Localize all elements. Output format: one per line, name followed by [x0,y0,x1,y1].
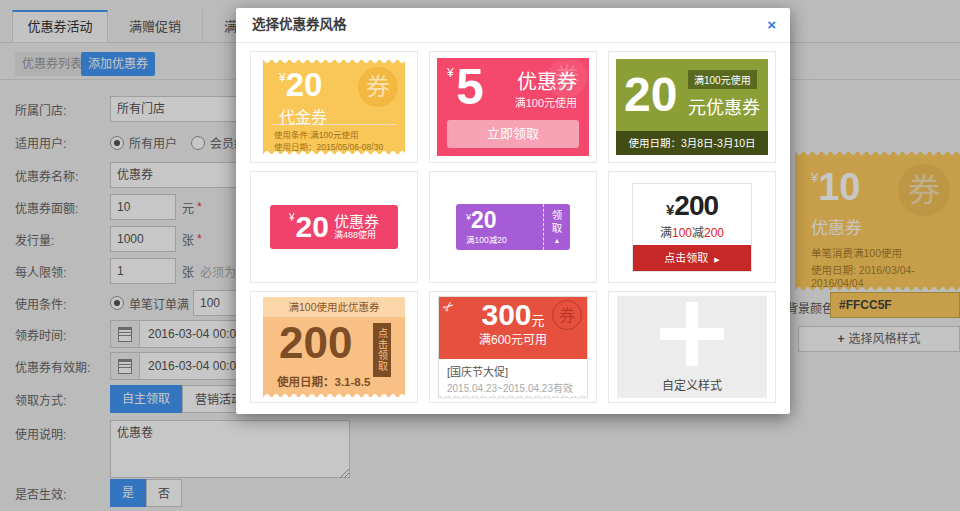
coupon-amount: 200 [279,319,352,367]
coupon-date: 2015.04.23~2015.04.23有效 [447,380,587,395]
custom-style-label: 自定义样式 [662,376,722,393]
app-window: 优惠券活动 满赠促销 满减促销 排 优惠券列表 添加优惠券 所属门店: 所有门店… [0,0,960,511]
coupon-badge-icon: 券 [547,58,587,98]
coupon-style-option-5[interactable]: ¥20 满100减20 领取 ▲ [429,171,597,283]
coupon-style-option-6[interactable]: ¥200 满100减200 点击领取▶ [608,171,776,283]
coupon-name: 优惠券 [334,214,379,230]
coupon-date: 使用日期：3.1-8.5 [277,373,370,389]
currency-symbol: ¥ [279,71,286,85]
coupon-date: 使用日期：2015/05/06-08/30 [274,140,383,152]
coupon-amount: 300 [481,298,531,331]
coupon-condition: 满100使用此优惠券 [263,297,405,317]
coupon-style-modal: 选择优惠券风格 × ¥20 代金券 使用条件:满100元使用 使用日期：2015… [236,8,790,414]
coupon-amount: 20 [624,61,677,129]
coupon-badge-icon: 券 [358,67,398,107]
coupon-style-option-8[interactable]: ✂ 券 300元 满600元可用 [国庆节大促] 2015.04.23~2015… [429,291,597,403]
modal-title: 选择优惠券风格 [252,8,347,42]
scallop-edge [633,243,751,247]
coupon-style-option-1[interactable]: ¥20 代金券 使用条件:满100元使用 使用日期：2015/05/06-08/… [250,51,418,163]
coupon-amount: 20 [296,210,329,244]
coupon-condition: 满600元可用 [439,333,587,347]
plus-icon [660,302,724,366]
click-claim-vertical-button[interactable]: 点击领取 [373,323,391,377]
currency-symbol: ¥ [447,66,454,80]
coupon-style-option-7[interactable]: 满100使用此优惠券 200 点击领取 使用日期：3.1-8.5 [250,291,418,403]
close-icon[interactable]: × [767,8,776,42]
coupon-style-option-4[interactable]: ¥ 20 优惠券 满488使用 [250,171,418,283]
coupon-style-grid: ¥20 代金券 使用条件:满100元使用 使用日期：2015/05/06-08/… [236,43,790,411]
coupon-condition: 满100减200 [633,223,751,240]
modal-header: 选择优惠券风格 × [236,8,790,43]
coupon-style-option-custom[interactable]: 自定义样式 [608,291,776,403]
coupon-date: 使用日期：3月8日-3月10日 [616,131,768,155]
claim-tab[interactable]: 领取 ▲ [543,204,570,250]
coupon-condition: 使用条件:满100元使用 [274,128,359,140]
divider [273,124,395,125]
condition-badge: 满100元使用 [688,70,757,89]
coupon-style-option-2[interactable]: ¥ 5 优惠券 满100元使用 券 立即领取 [429,51,597,163]
coupon-amount: 5 [456,58,484,116]
coupon-amount: 20 [286,66,323,103]
claim-now-button[interactable]: 立即领取 [447,120,579,148]
coupon-badge-icon: 券 [552,300,582,330]
coupon-name: 元优惠券 [688,93,760,119]
coupon-condition: 满488使用 [334,230,379,241]
coupon-amount: 200 [674,190,718,221]
arrow-up-icon: ▲ [554,237,561,244]
coupon-style-option-3[interactable]: 20 满100元使用 元优惠券 使用日期：3月8日-3月10日 [608,51,776,163]
coupon-title: [国庆节大促] [447,363,587,379]
click-claim-button[interactable]: 点击领取▶ [633,245,751,271]
scallop-edge [263,393,405,401]
currency-symbol: ¥ [289,212,295,223]
wave-edge [439,395,587,400]
coupon-condition: 满100减20 [466,233,543,245]
arrow-right-icon: ▶ [714,256,719,263]
amount-unit: 元 [532,313,545,328]
coupon-amount: 20 [471,207,497,233]
scallop-edge [263,56,405,64]
